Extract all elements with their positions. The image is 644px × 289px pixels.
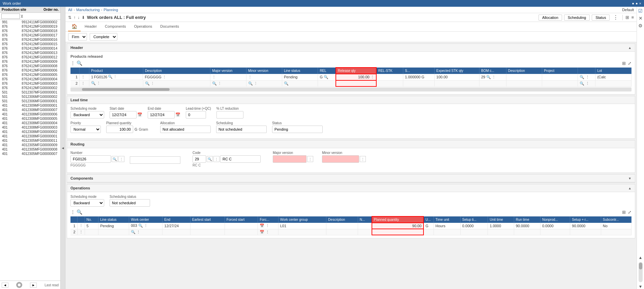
minor-more-1[interactable]: ⋮ <box>248 75 252 79</box>
ops-col-subcontr[interactable]: Subcontr... <box>601 216 631 223</box>
firm-dropdown[interactable]: Firm <box>68 33 87 41</box>
ops-col-wcgroup[interactable]: Work center group <box>278 216 326 223</box>
major-more-1[interactable]: ⋮ <box>212 75 216 79</box>
list-item[interactable]: 4014012308MFG00000007 <box>0 108 60 112</box>
code-more-btn[interactable]: ⋮ <box>213 156 219 162</box>
sidebar-filter-icon[interactable]: ⊻ <box>21 14 23 19</box>
list-item[interactable]: 8768762412MFG00000016 <box>0 37 60 42</box>
desc-more-2[interactable]: ⋮ <box>151 81 154 85</box>
list-item[interactable]: 4014012308MFG00000003 <box>0 125 60 130</box>
ops-forc-more-2[interactable]: ⋮ <box>266 230 269 234</box>
ops-col-earliest-start[interactable]: Earliest start <box>190 216 225 223</box>
row-release-qty-1[interactable]: 100.00 ⋮ <box>336 74 376 80</box>
ops-wc-more-1[interactable]: ⋮ <box>144 224 148 228</box>
minor-version-input[interactable] <box>322 155 359 163</box>
desc-more-1[interactable]: ⋮ <box>163 75 166 79</box>
code-desc-input[interactable] <box>220 155 261 163</box>
components-chevron[interactable]: ▼ <box>628 177 632 180</box>
header-section-chevron[interactable]: ▲ <box>628 46 632 50</box>
scheduling-input[interactable]: Not scheduled <box>216 126 267 133</box>
ops-col-n[interactable]: N... <box>358 216 372 223</box>
list-item[interactable]: 8768762412MFG00000002 <box>0 86 60 90</box>
number-input[interactable] <box>70 155 111 163</box>
list-item[interactable]: 4014012305MFG00000007 <box>0 152 60 156</box>
sidebar-filter-input[interactable] <box>1 14 20 19</box>
ops-table-expand-icon[interactable]: ⤢ <box>628 210 632 215</box>
priority-select[interactable]: Normal <box>70 126 101 133</box>
components-section-header[interactable]: Components ▼ <box>67 175 635 182</box>
col-bom-c[interactable]: BOM c... <box>479 68 506 74</box>
list-item[interactable]: 4014012308MFG00000004 <box>0 121 60 125</box>
row-menu-1[interactable]: ⋮ <box>80 74 89 80</box>
code-search-btn[interactable]: 🔍 <box>207 156 213 162</box>
minor-more-2[interactable]: ⋮ <box>254 81 258 85</box>
ops-col-nonprod[interactable]: Nonprod... <box>540 216 570 223</box>
bom-search-1[interactable]: 🔍 <box>486 75 491 79</box>
sidebar-toggle[interactable]: ◄ <box>61 146 65 150</box>
col-lot[interactable]: Lot <box>595 68 632 74</box>
scheduling-btn[interactable]: Scheduling <box>564 15 590 21</box>
list-item[interactable]: 8768762412MFG00000006 <box>0 68 60 73</box>
operations-chevron[interactable]: ▲ <box>628 186 632 190</box>
list-item[interactable]: 8768762412MFG00000013 <box>0 51 60 55</box>
col-project[interactable]: Project <box>542 68 578 74</box>
ops-col-setup-r[interactable]: Setup + r... <box>570 216 601 223</box>
major-search-2[interactable]: 🔍 <box>212 81 217 85</box>
number-more-btn[interactable]: ⋮ <box>118 156 124 162</box>
breadcrumb-manufacturing[interactable]: Manufacturing <box>76 8 100 12</box>
end-date-icon[interactable]: 📅 <box>175 112 180 117</box>
ops-wc-search-1[interactable]: 🔍 <box>138 224 143 228</box>
list-item[interactable]: 4014012305MFG00000009 <box>0 143 60 147</box>
ops-row-menu-2[interactable]: ⋮ <box>77 229 85 235</box>
list-item[interactable]: 4014012308MFG00000005 <box>0 116 60 121</box>
list-item[interactable]: 4014012308MFG00000001 <box>0 134 60 138</box>
ops-forc-cal-1[interactable]: 📅 <box>260 224 264 228</box>
col-rel-stk[interactable]: REL-STK <box>376 68 403 74</box>
tab-documents[interactable]: Documents <box>156 23 183 31</box>
major-version-more-btn[interactable]: ⋮ <box>307 156 313 162</box>
ops-planned-qty-2[interactable] <box>372 229 423 235</box>
right-scroll-down[interactable]: ▼ <box>639 284 643 289</box>
list-item[interactable]: 5015012306MFG00000001 <box>0 99 60 103</box>
ops-col-workcenter[interactable]: Work center <box>129 216 163 223</box>
list-item[interactable]: 8768762412MFG00000018 <box>0 29 60 33</box>
list-item[interactable]: 8768762412MFG00000003 <box>0 81 60 86</box>
grid-view-icon[interactable]: ⊞ <box>625 15 629 20</box>
lead-time-input[interactable]: 0 <box>186 111 206 119</box>
minor-search-2[interactable]: 🔍 <box>248 81 253 85</box>
list-item[interactable]: 8768762412MFG00000005 <box>0 73 60 77</box>
list-item[interactable]: 8768762412MFG00000015 <box>0 42 60 46</box>
minor-version-more-btn[interactable]: ⋮ <box>360 156 366 162</box>
tab-home[interactable]: 🏠 <box>68 22 81 31</box>
col-line-status[interactable]: Line status <box>282 68 318 74</box>
allocation-btn[interactable]: Allocation <box>538 15 562 21</box>
sort-icon1[interactable]: ⇅ <box>68 15 71 20</box>
list-item[interactable]: 5015012306MFG00000002 <box>0 95 60 99</box>
right-settings-icon[interactable]: ⚙ <box>638 23 643 28</box>
status-input[interactable]: Pending <box>272 126 323 133</box>
list-item[interactable]: 4014012308MFG00000002 <box>0 130 60 134</box>
col-release-qty[interactable]: Release qty <box>336 68 376 74</box>
ops-wc-more-2[interactable]: ⋮ <box>137 230 140 234</box>
product-more-1[interactable]: ⋮ <box>113 75 117 79</box>
ops-row-menu-1[interactable]: ⋮ <box>77 223 85 229</box>
tab-components[interactable]: Components <box>101 23 130 31</box>
tab-header[interactable]: Header <box>81 23 101 31</box>
col-description[interactable]: Description <box>143 68 210 74</box>
list-item[interactable]: 8768762412MFG00000012 <box>0 55 60 59</box>
lt-reduction-input[interactable] <box>216 111 243 119</box>
col-product[interactable]: Product <box>89 68 143 74</box>
col-minor-version[interactable]: Minor version <box>246 68 282 74</box>
list-item[interactable]: 4014012305MFG00000008 <box>0 147 60 152</box>
planned-qty-input[interactable] <box>106 126 133 133</box>
ops-scheduling-status-input[interactable] <box>110 199 150 207</box>
ops-forc-cal-2[interactable]: 📅 <box>260 230 264 234</box>
list-view-icon[interactable]: ≡ <box>631 15 634 20</box>
ops-col-setup-ti[interactable]: Setup ti... <box>460 216 488 223</box>
ops-forc-more-1[interactable]: ⋮ <box>266 224 269 228</box>
list-item[interactable]: 8768762412MFG00000004 <box>0 77 60 81</box>
sort-icon3[interactable]: ↓ <box>78 15 80 20</box>
row-search-2[interactable]: 🔍 ⋮ <box>578 80 595 86</box>
right-checkbox-icon[interactable]: ☑ <box>638 8 643 14</box>
rel-search-1[interactable]: 🔍 <box>324 75 328 79</box>
